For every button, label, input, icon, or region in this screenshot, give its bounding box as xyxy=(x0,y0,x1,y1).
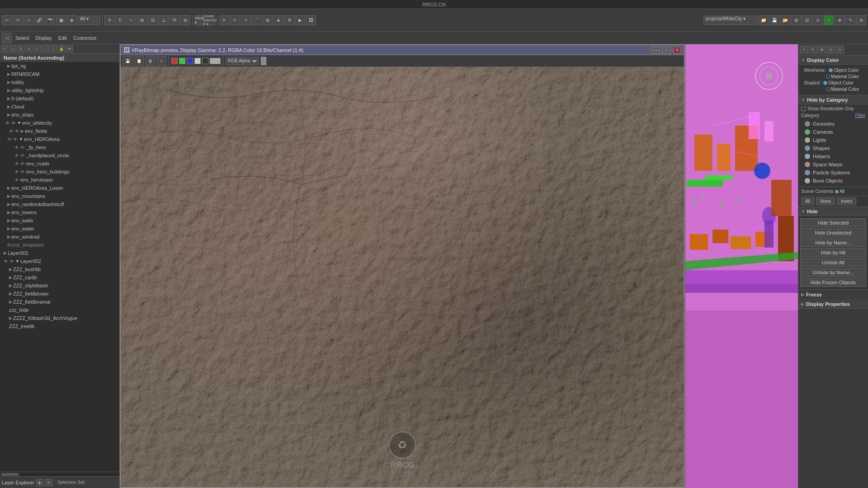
white-channel-btn[interactable] xyxy=(194,58,201,64)
scene-invert-btn[interactable]: Invert xyxy=(837,197,856,205)
proj4[interactable]: ⊞ xyxy=(791,15,801,25)
panel-icon3[interactable]: ⊗ xyxy=(818,46,826,54)
vray-save-btn[interactable]: 💾 xyxy=(123,56,132,66)
eye-icon2[interactable]: 👁 xyxy=(20,153,25,158)
menu-display[interactable]: Display xyxy=(33,35,55,41)
proj1[interactable]: 📁 xyxy=(759,15,769,25)
transform-btn[interactable]: ⊞ xyxy=(137,15,147,25)
list-item[interactable]: 👁 👁 env_hero_buildings xyxy=(0,168,119,176)
category-bone-objects[interactable]: Bone Objects xyxy=(801,177,865,185)
lb-lock[interactable]: 🔒 xyxy=(58,45,65,52)
list-item[interactable]: 👁 👁 ▼ env_whitecity xyxy=(0,119,119,127)
menu-select[interactable]: Select xyxy=(13,35,32,41)
scroll-thumb[interactable] xyxy=(1,473,19,476)
curve-btn[interactable]: ⌒ xyxy=(252,15,262,25)
panel-icon5[interactable]: ≡ xyxy=(836,46,844,54)
create-selection-btn[interactable]: Create Selection G ▾ xyxy=(205,15,215,25)
eye-icon[interactable]: 👁 xyxy=(5,121,10,126)
percent-snap-btn[interactable]: % xyxy=(170,15,179,25)
category-particle-systems[interactable]: Particle Systems xyxy=(801,169,865,177)
render-setup-btn[interactable]: ⚙ xyxy=(284,15,294,25)
redo-btn[interactable]: ↪ xyxy=(13,15,23,25)
list-item[interactable]: forest_templates xyxy=(0,241,119,249)
camera-btn[interactable]: 📷 xyxy=(45,15,55,25)
blue-channel-btn[interactable] xyxy=(187,58,193,64)
list-item[interactable]: ▶ utility_lightship xyxy=(0,86,119,94)
red-channel-btn[interactable] xyxy=(171,58,178,64)
le-btn2[interactable]: ≡ xyxy=(45,479,52,486)
spinner-btn[interactable]: ⊗ xyxy=(180,15,190,25)
scale-btn[interactable]: ⤡ xyxy=(126,15,136,25)
align-btn[interactable]: ⊩ xyxy=(230,15,240,25)
vray-restore-btn[interactable]: □ xyxy=(662,47,670,54)
list-item[interactable]: ▶ ZZZ_bushlib xyxy=(0,265,119,273)
list-item[interactable]: ▶ ZZZ_citykilbash xyxy=(0,282,119,290)
list-item[interactable]: ▶ lipt_rig xyxy=(0,62,119,70)
lb-col[interactable]: ≡ xyxy=(25,45,33,52)
menu-customize[interactable]: Customize xyxy=(71,35,99,41)
eye-icon2[interactable]: 👁 xyxy=(9,259,14,264)
list-item[interactable]: ZZZ_treelib xyxy=(0,322,119,330)
scene-all-btn[interactable]: All xyxy=(801,197,814,205)
render-frame-btn[interactable]: 🖼 xyxy=(306,15,316,25)
list-item[interactable]: ▶ env_randomkitbashstuff xyxy=(0,200,119,208)
vray-minimize-btn[interactable]: — xyxy=(651,47,660,54)
list-item[interactable]: 👁 👁 ▼ Layer002 xyxy=(0,257,119,265)
lb-move[interactable]: ↕ xyxy=(50,45,57,52)
proj6[interactable]: ⊙ xyxy=(813,15,823,25)
list-item[interactable]: ▶ ZZZ_fieldbnamal xyxy=(0,298,119,306)
display-properties-header[interactable]: ▶ Display Properties xyxy=(798,300,868,309)
tools1[interactable]: ▣ xyxy=(56,15,66,25)
eye-icon2[interactable]: 👁 xyxy=(20,169,25,174)
eye-icon[interactable]: 👁 xyxy=(14,161,19,166)
list-item[interactable]: ▶ ZZZZ_Kitbash3d_ArchVogue xyxy=(0,314,119,322)
move-btn[interactable]: ✛ xyxy=(104,15,114,25)
list-item[interactable]: ▶ RRNR0CAM xyxy=(0,70,119,78)
mat-editor-btn[interactable]: ◈ xyxy=(274,15,283,25)
list-item[interactable]: ▶ env_walls xyxy=(0,216,119,225)
category-space-warps[interactable]: Space Warps xyxy=(801,160,865,169)
list-item[interactable]: 👁 👁 _fp_hero xyxy=(0,143,119,151)
eye-icon[interactable]: 👁 xyxy=(14,169,19,174)
hide-selected-btn[interactable]: Hide Selected xyxy=(800,218,866,227)
eye-icon2[interactable]: 👁 xyxy=(11,121,16,126)
category-geometry[interactable]: Geometry xyxy=(801,120,865,128)
lb-cursor[interactable]: ↖ xyxy=(1,45,8,52)
horizontal-scrollbar[interactable] xyxy=(0,472,119,476)
hide-by-hit-btn[interactable]: Hide by Hit xyxy=(800,248,866,257)
unhide-all-btn[interactable]: Unhide All xyxy=(800,258,866,267)
gradient-channel-btn[interactable] xyxy=(210,58,221,64)
list-item[interactable]: ▶ ZZZ_fieldblower xyxy=(0,290,119,298)
channel-select[interactable]: RGB Alpha xyxy=(226,57,259,65)
le-btn1[interactable]: ◈ xyxy=(36,479,43,486)
category-lights[interactable]: Lights xyxy=(801,136,865,144)
category-cameras[interactable]: Cameras xyxy=(801,128,865,136)
freeze-section-header[interactable]: ▶ Freeze xyxy=(798,290,868,300)
list-item[interactable]: ▶ env_water xyxy=(0,225,119,233)
list-item[interactable]: ▶ env_ships xyxy=(0,111,119,119)
show-renderable-checkbox[interactable] xyxy=(801,107,806,111)
filter-link[interactable]: Filter xyxy=(855,113,865,118)
shaded-material-radio[interactable]: Material Color xyxy=(826,87,859,92)
list-item[interactable]: ▶ tutility xyxy=(0,78,119,86)
eye-icon[interactable]: 👁 xyxy=(14,145,19,150)
list-item[interactable]: ▶ ZZZ_carlib xyxy=(0,273,119,282)
list-item[interactable]: ▶ 0 (default) xyxy=(0,94,119,103)
eye-icon[interactable]: 👁 xyxy=(14,178,19,183)
vray-close2-btn[interactable]: × xyxy=(156,56,166,66)
scene-all-radio[interactable] xyxy=(835,190,839,193)
proj7[interactable]: ⊕ xyxy=(835,15,844,25)
select-dropdown[interactable]: All ▾ xyxy=(78,16,100,25)
eye-icon[interactable]: 👁 xyxy=(9,129,14,134)
lb-sort[interactable]: ⊼ xyxy=(17,45,24,52)
list-item[interactable]: zzz_hide xyxy=(0,306,119,314)
lb-add[interactable]: + xyxy=(33,45,41,52)
wireframe-object-radio[interactable]: Object Color xyxy=(829,68,859,73)
list-item[interactable]: ▶ Cloud xyxy=(0,103,119,111)
panel-icon2[interactable]: ✎ xyxy=(809,46,817,54)
green-channel-btn[interactable] xyxy=(179,58,185,64)
rotate-btn[interactable]: ↻ xyxy=(115,15,125,25)
select-btn[interactable]: ⊹ xyxy=(24,15,33,25)
list-item[interactable]: ▶ env_windrad xyxy=(0,233,119,241)
shaded-object-radio[interactable]: Object Color xyxy=(823,80,854,85)
